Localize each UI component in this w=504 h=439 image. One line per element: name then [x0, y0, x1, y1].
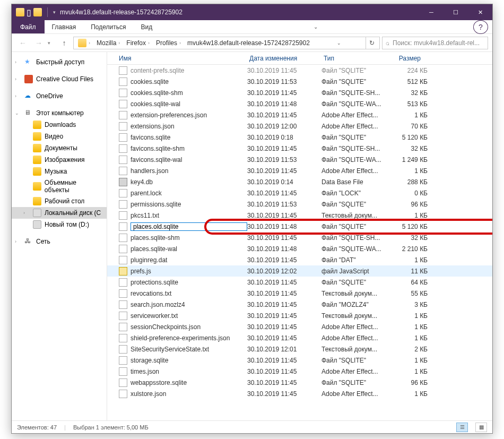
crumb-current[interactable]: mvuk4w18.default-release-1572428725902 — [184, 37, 313, 49]
maximize-button[interactable]: ☐ — [444, 4, 468, 20]
view-details-button[interactable]: ☰ — [456, 423, 468, 432]
nav-item[interactable]: Новый том (D:) — [12, 219, 107, 230]
nav-item[interactable]: Документы — [12, 142, 107, 154]
file-type: Файл "SQLITE-WA... — [321, 100, 385, 108]
file-date: 30.10.2019 11:45 — [247, 301, 321, 308]
refresh-icon[interactable]: ↻ — [366, 37, 378, 49]
navigation-pane[interactable]: ›★Быстрый доступ ›Creative Cloud Files ›… — [12, 52, 107, 420]
file-size: 32 КБ — [385, 234, 428, 242]
file-date: 30.10.2019 11:53 — [247, 78, 321, 85]
nav-this-pc[interactable]: ⌄🖥Этот компьютер — [12, 107, 107, 119]
file-type: Файл "LOCK" — [321, 190, 385, 197]
view-large-button[interactable]: ▦ — [475, 423, 487, 432]
file-date: 30.10.2019 11:45 — [247, 111, 321, 119]
address-bar[interactable]: › Mozilla › Firefox › Profiles › mvuk4w1… — [73, 37, 380, 49]
file-list[interactable]: content-prefs.sqlite30.10.2019 11:45Файл… — [107, 65, 492, 420]
new-folder-icon[interactable] — [33, 8, 42, 16]
nav-quick-access[interactable]: ›★Быстрый доступ — [12, 56, 107, 68]
titlebar[interactable]: ▯ ▾ mvuk4w18.default-release-15724287259… — [12, 4, 492, 20]
file-row[interactable]: webappsstore.sqlite30.10.2019 11:45Файл … — [107, 377, 492, 388]
back-button[interactable]: ← — [16, 36, 30, 50]
nav-item[interactable]: Видео — [12, 131, 107, 142]
file-menu[interactable]: Файл — [12, 20, 45, 33]
tab-share[interactable]: Поделиться — [83, 20, 133, 33]
tab-view[interactable]: Вид — [133, 20, 160, 33]
nav-item[interactable]: Изображения — [12, 154, 107, 166]
close-button[interactable]: ✕ — [468, 4, 492, 20]
file-row[interactable]: extensions.json30.10.2019 12:00Adobe Aft… — [107, 120, 492, 132]
column-size[interactable]: Размер — [383, 55, 425, 62]
column-date[interactable]: Дата изменения — [245, 55, 319, 62]
file-row[interactable]: extension-preferences.json30.10.2019 11:… — [107, 109, 492, 120]
file-row[interactable]: xulstore.json30.10.2019 11:45Adobe After… — [107, 388, 492, 399]
file-icon — [119, 66, 127, 75]
file-row[interactable]: favicons.sqlite-shm30.10.2019 11:45Файл … — [107, 143, 492, 154]
crumb-root[interactable]: › — [75, 37, 93, 49]
file-name: webappsstore.sqlite — [131, 379, 247, 386]
nav-item-label: Объемные объекты — [45, 179, 102, 194]
file-row[interactable]: parent.lock30.10.2019 11:45Файл "LOCK"0 … — [107, 187, 492, 199]
file-row[interactable]: places.old.sqlite30.10.2019 11:48Файл "S… — [107, 221, 492, 232]
history-dropdown-icon[interactable]: ▾ — [48, 40, 55, 46]
nav-item-label: Рабочий стол — [45, 197, 84, 205]
file-name[interactable]: places.old.sqlite — [131, 222, 247, 231]
tab-home[interactable]: Главная — [45, 20, 84, 33]
file-row[interactable]: favicons.sqlite-wal30.10.2019 11:53Файл … — [107, 154, 492, 165]
file-row[interactable]: cookies.sqlite30.10.2019 11:53Файл "SQLI… — [107, 76, 492, 87]
file-row[interactable]: places.sqlite-wal30.10.2019 11:48Файл "S… — [107, 243, 492, 254]
file-row[interactable]: places.sqlite-shm30.10.2019 11:45Файл "S… — [107, 232, 492, 243]
file-row[interactable]: cookies.sqlite-wal30.10.2019 11:48Файл "… — [107, 98, 492, 109]
file-row[interactable]: protections.sqlite30.10.2019 11:45Файл "… — [107, 277, 492, 288]
file-row[interactable]: storage.sqlite30.10.2019 11:45Файл "SQLI… — [107, 355, 492, 366]
nav-item-label: Документы — [45, 144, 77, 152]
file-row[interactable]: favicons.sqlite30.10.2019 0:18Файл "SQLI… — [107, 132, 492, 143]
ribbon-expand-icon[interactable]: ⌄ — [309, 24, 322, 30]
nav-network[interactable]: ›🖧Сеть — [12, 236, 107, 247]
file-row[interactable]: SiteSecurityServiceState.txt30.10.2019 1… — [107, 343, 492, 355]
file-row[interactable]: search.json.mozlz430.10.2019 11:45Файл "… — [107, 299, 492, 310]
column-type[interactable]: Тип — [319, 55, 383, 62]
crumb-mozilla[interactable]: Mozilla › — [93, 37, 123, 49]
nav-item[interactable]: ›Локальный диск (C — [12, 207, 107, 219]
nav-creative-cloud[interactable]: ›Creative Cloud Files — [12, 73, 107, 85]
nav-item[interactable]: Downloads — [12, 119, 107, 131]
file-row[interactable]: revocations.txt30.10.2019 11:45Текстовый… — [107, 288, 492, 299]
file-size: 1 КБ — [385, 167, 428, 175]
nav-item[interactable]: Музыка — [12, 166, 107, 177]
help-icon[interactable]: ? — [473, 20, 488, 34]
file-date: 30.10.2019 11:48 — [247, 223, 321, 230]
file-row[interactable]: pkcs11.txt30.10.2019 11:45Текстовый доку… — [107, 210, 492, 221]
file-row[interactable]: times.json30.10.2019 11:45Adobe After Ef… — [107, 366, 492, 377]
addr-dropdown-icon[interactable]: ⌄ — [333, 37, 345, 49]
file-icon — [119, 200, 127, 209]
folder-icon — [33, 182, 41, 191]
nav-onedrive[interactable]: ›☁OneDrive — [12, 90, 107, 102]
crumb-firefox[interactable]: Firefox › — [123, 37, 153, 49]
file-row[interactable]: cookies.sqlite-shm30.10.2019 11:45Файл "… — [107, 87, 492, 98]
up-button[interactable]: ↑ — [57, 36, 71, 50]
file-name: pkcs11.txt — [131, 212, 247, 219]
nav-item[interactable]: Объемные объекты — [12, 177, 107, 195]
file-date: 30.10.2019 11:45 — [247, 368, 321, 375]
search-input[interactable]: ⌕ Поиск: mvuk4w18.default-rel... — [382, 37, 488, 49]
column-name[interactable]: Имя — [107, 55, 245, 62]
file-row[interactable]: shield-preference-experiments.json30.10.… — [107, 332, 492, 343]
file-row[interactable]: permissions.sqlite30.10.2019 11:53Файл "… — [107, 199, 492, 210]
file-row[interactable]: serviceworker.txt30.10.2019 11:45Текстов… — [107, 310, 492, 321]
file-size: 1 КБ — [385, 357, 428, 364]
file-size: 2 КБ — [385, 346, 428, 353]
file-row[interactable]: key4.db30.10.2019 0:14Data Base File288 … — [107, 176, 492, 187]
file-row[interactable]: pluginreg.dat30.10.2019 11:45Файл "DAT"1… — [107, 254, 492, 265]
file-row[interactable]: content-prefs.sqlite30.10.2019 11:45Файл… — [107, 65, 492, 76]
minimize-button[interactable]: ─ — [419, 4, 444, 20]
file-row[interactable]: sessionCheckpoints.json30.10.2019 11:45A… — [107, 321, 492, 332]
nav-item[interactable]: Рабочий стол — [12, 195, 107, 207]
file-row[interactable]: handlers.json30.10.2019 11:45Adobe After… — [107, 165, 492, 176]
qat-dropdown-icon[interactable]: ▾ — [53, 10, 56, 15]
crumb-profiles[interactable]: Profiles › — [153, 37, 184, 49]
file-name: extensions.json — [131, 123, 247, 130]
file-row[interactable]: prefs.js30.10.2019 12:02файл JavaScript1… — [107, 265, 492, 277]
file-icon — [119, 334, 127, 342]
properties-icon[interactable]: ▯ — [27, 7, 31, 18]
file-name: permissions.sqlite — [131, 201, 247, 208]
